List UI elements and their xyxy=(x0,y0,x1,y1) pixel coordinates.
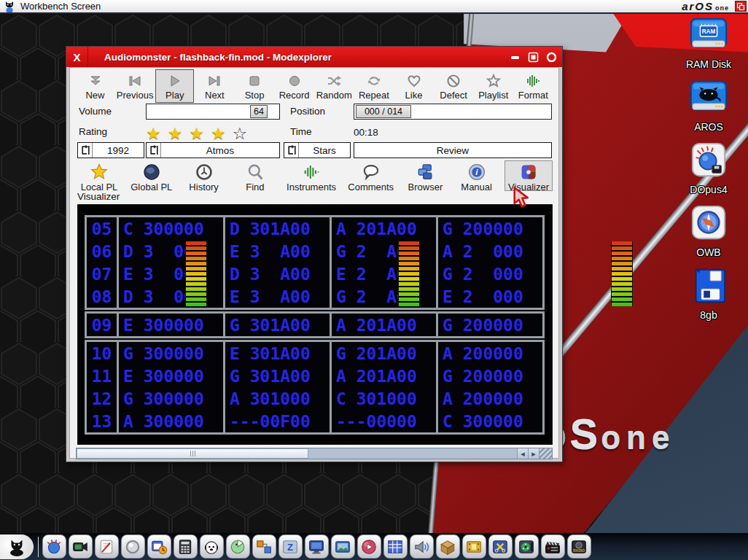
position-slider[interactable]: 000 / 014 xyxy=(354,104,552,120)
horizontal-scrollbar[interactable]: ◂ ▸ xyxy=(76,448,553,459)
note-cell: G 2000 xyxy=(438,262,542,285)
tab-history[interactable]: History xyxy=(181,160,227,191)
star-filled-icon[interactable]: ★ xyxy=(211,124,226,143)
tab-local-pl[interactable]: Local PL xyxy=(76,160,122,191)
stop-button[interactable]: Stop xyxy=(235,69,274,103)
calculator-icon[interactable] xyxy=(174,534,198,559)
spreadsheet-icon[interactable] xyxy=(383,534,408,559)
image-editor-icon[interactable] xyxy=(488,534,513,559)
pattern-row: 05C 300000D 301A00A 201A00G 200000 xyxy=(87,217,542,240)
cycle-field-1992[interactable]: 1992 xyxy=(77,142,144,158)
tab-comments[interactable]: Comments xyxy=(344,160,397,191)
network-squares-icon[interactable] xyxy=(252,534,276,559)
position-label: Position xyxy=(290,106,325,117)
minimize-button[interactable] xyxy=(507,50,522,64)
close-button[interactable]: X xyxy=(66,47,88,67)
toolbar-button-label: New xyxy=(85,90,104,101)
vu-meter-bar xyxy=(611,241,633,306)
scrollbar-thumb[interactable] xyxy=(77,448,308,459)
rating-stars[interactable]: ★★★★☆ xyxy=(146,124,247,143)
desktop-icon-aros[interactable]: AROS xyxy=(687,79,730,133)
camcorder-icon[interactable] xyxy=(69,534,93,559)
search-lens-icon[interactable] xyxy=(121,534,145,559)
vu-meter-slot xyxy=(154,285,174,308)
note-cell: E 3A00 xyxy=(225,285,332,308)
desktop-icon-owb[interactable]: OWB xyxy=(689,204,728,258)
star-filled-icon[interactable]: ★ xyxy=(168,124,183,143)
vu-meter-slot xyxy=(260,285,281,308)
cycle-field-stars[interactable]: Stars xyxy=(284,142,351,158)
format-button[interactable]: Format xyxy=(514,69,553,103)
note-cell: E 300000 xyxy=(119,314,225,336)
desktop-icon-8gb[interactable]: 8gb xyxy=(689,267,728,321)
next-button[interactable]: Next xyxy=(195,69,234,103)
radio-icon[interactable]: RADIO xyxy=(567,534,591,559)
note-cell: ---00F00 xyxy=(225,410,332,432)
row-number: 09 xyxy=(87,314,119,336)
tab-instruments[interactable]: Instruments xyxy=(283,160,340,191)
tab-label: Manual xyxy=(461,182,492,192)
clapperboard-icon[interactable] xyxy=(541,534,565,559)
position-knob[interactable]: 000 / 014 xyxy=(356,105,411,118)
screen-depth-gadget[interactable] xyxy=(735,1,747,12)
notes-editor-icon[interactable] xyxy=(95,534,119,559)
toolbar-button-label: Repeat xyxy=(359,90,389,101)
monitor-icon[interactable] xyxy=(305,534,329,559)
zune-icon[interactable]: Z xyxy=(278,534,303,559)
zoom-button[interactable] xyxy=(526,50,540,64)
scroll-left-arrow[interactable]: ◂ xyxy=(517,448,528,459)
calendar-clock-icon[interactable] xyxy=(147,534,171,559)
media-player-icon[interactable] xyxy=(357,534,381,559)
note-cell: G 2A00 xyxy=(332,240,438,262)
dopus-icon xyxy=(689,141,728,182)
note-cell: A 2000 xyxy=(438,240,542,262)
volume-slider[interactable]: 64 xyxy=(146,104,280,120)
cycle-icon[interactable] xyxy=(284,143,299,158)
video-reel-icon[interactable] xyxy=(515,534,539,559)
window-titlebar[interactable]: X Audiomonster - flashback-fin.mod - Mod… xyxy=(66,47,562,67)
aros-menu-icon[interactable] xyxy=(0,534,34,559)
like-button[interactable]: Like xyxy=(394,69,433,103)
film-icon[interactable] xyxy=(462,534,486,559)
tab-manual[interactable]: i Manual xyxy=(453,160,500,191)
cycle-icon[interactable] xyxy=(78,143,93,158)
audio-speaker-icon[interactable] xyxy=(410,534,434,559)
record-button[interactable]: Record xyxy=(275,69,313,103)
desktop-icon-dopus4[interactable]: DOpus4 xyxy=(689,141,728,195)
tab-find[interactable]: Find xyxy=(232,160,278,191)
repeat-button[interactable]: Repeat xyxy=(354,69,393,103)
scroll-right-arrow[interactable]: ▸ xyxy=(528,448,539,459)
play-button[interactable]: Play xyxy=(155,69,194,103)
note-cell: A 200000 xyxy=(438,387,542,410)
new-button[interactable]: New xyxy=(76,69,114,103)
star-empty-icon[interactable]: ☆ xyxy=(233,124,248,143)
note-cell: G 301A00 xyxy=(225,365,332,387)
star-filled-icon[interactable]: ★ xyxy=(146,124,161,143)
scrollbar-track[interactable] xyxy=(308,448,517,459)
desktop-icon-ram-disk[interactable]: RAM RAM Disk xyxy=(686,16,731,70)
previous-button[interactable]: Previous xyxy=(116,69,155,103)
archive-box-icon[interactable] xyxy=(436,534,460,559)
playlist-button[interactable]: Playlist xyxy=(474,69,513,103)
star-filled-icon[interactable]: ★ xyxy=(189,124,204,143)
defect-button[interactable]: Defect xyxy=(435,69,473,103)
vu-meter-bar xyxy=(398,241,420,306)
shuffle-icon xyxy=(326,72,342,90)
resize-grip[interactable] xyxy=(539,448,552,459)
dog-app-icon[interactable] xyxy=(200,534,224,559)
volume-knob[interactable]: 64 xyxy=(250,105,268,118)
depth-button[interactable] xyxy=(544,50,558,64)
note-cell: D 3000 xyxy=(119,285,225,308)
section-toolbar: Local PL Global PL History Find Instrume… xyxy=(76,160,553,191)
skip-next-icon xyxy=(206,72,222,90)
cycle-icon[interactable] xyxy=(147,143,161,158)
random-button[interactable]: Random xyxy=(315,69,354,103)
green-face-icon[interactable] xyxy=(226,534,250,559)
cycle-field-atmos[interactable]: Atmos xyxy=(146,142,280,158)
picture-viewer-icon[interactable] xyxy=(331,534,355,559)
cycle-field-review[interactable]: Review xyxy=(354,142,552,158)
tab-global-pl[interactable]: Global PL xyxy=(127,160,176,191)
clock-icon xyxy=(195,163,214,182)
tab-browser[interactable]: Browser xyxy=(402,160,448,191)
dopus-icon[interactable] xyxy=(42,534,66,559)
